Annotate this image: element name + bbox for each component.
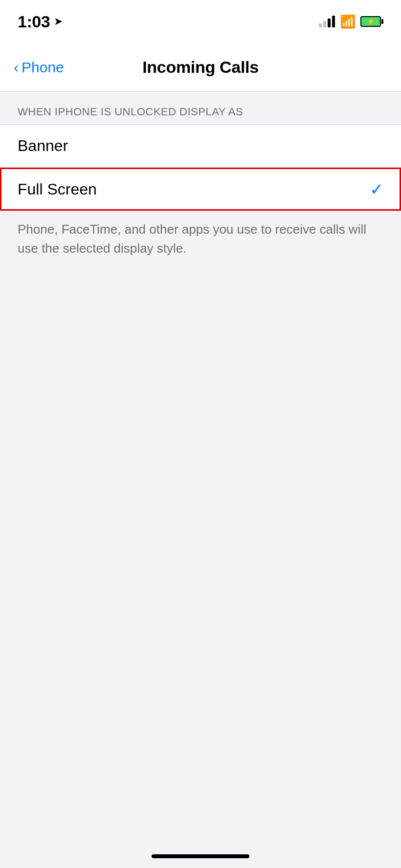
section-header: WHEN IPHONE IS UNLOCKED DISPLAY AS: [0, 92, 401, 124]
page-title: Incoming Calls: [142, 58, 259, 77]
battery-bolt-icon: ⚡: [367, 18, 375, 25]
list-item-banner[interactable]: Banner: [0, 125, 401, 168]
battery-icon: ⚡: [360, 16, 383, 27]
fullscreen-label: Full Screen: [18, 180, 97, 198]
section-header-text: WHEN IPHONE IS UNLOCKED DISPLAY AS: [18, 106, 243, 118]
status-icons: 📶 ⚡: [319, 14, 383, 29]
back-chevron-icon: ‹: [14, 60, 19, 75]
checkmark-icon: ✓: [370, 179, 383, 199]
banner-label: Banner: [18, 137, 68, 155]
footer-note: Phone, FaceTime, and other apps you use …: [0, 211, 401, 258]
back-label: Phone: [22, 59, 64, 76]
list-container: Banner Full Screen ✓: [0, 124, 401, 211]
wifi-icon: 📶: [340, 14, 356, 29]
status-time: 1:03: [18, 12, 50, 31]
status-bar: 1:03 ➤ 📶 ⚡: [0, 0, 401, 43]
signal-bars-icon: [319, 16, 335, 27]
location-icon: ➤: [54, 15, 63, 28]
footer-note-text: Phone, FaceTime, and other apps you use …: [18, 222, 366, 256]
back-button[interactable]: ‹ Phone: [14, 59, 64, 76]
list-item-fullscreen[interactable]: Full Screen ✓: [0, 168, 401, 211]
nav-bar: ‹ Phone Incoming Calls: [0, 43, 401, 92]
home-indicator: [152, 854, 249, 858]
